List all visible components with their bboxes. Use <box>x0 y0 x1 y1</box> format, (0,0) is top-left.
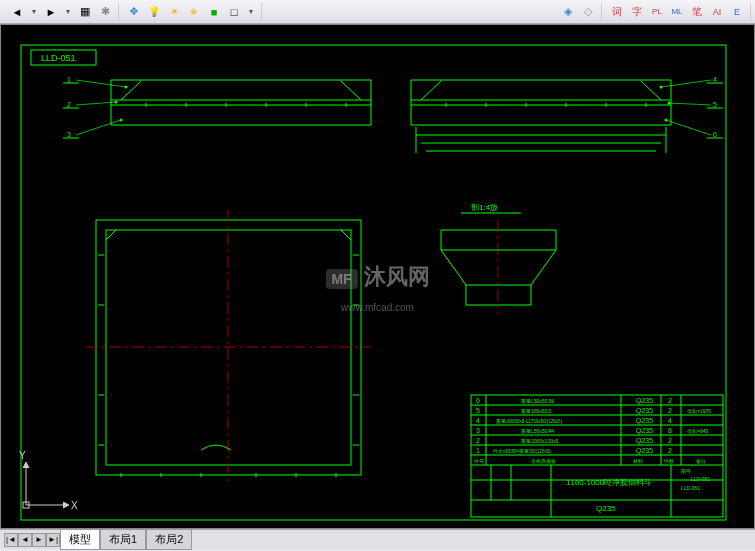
tab-first-button[interactable]: |◄ <box>4 533 18 547</box>
svg-text:件号: 件号 <box>474 458 484 464</box>
square-button[interactable]: □ <box>225 3 243 21</box>
svg-text:优化=1970: 优化=1970 <box>687 408 711 414</box>
drawing-svg: LLD-051 1 2 3 <box>1 25 754 528</box>
svg-line-10 <box>76 80 126 87</box>
svg-text:2: 2 <box>476 437 480 444</box>
svg-point-40 <box>668 102 671 105</box>
layers-button[interactable]: ❖ <box>125 3 143 21</box>
svg-text:Q235: Q235 <box>636 437 653 445</box>
text7-button[interactable]: E <box>728 3 746 21</box>
svg-text:备注: 备注 <box>696 458 706 464</box>
svg-text:6: 6 <box>476 397 480 404</box>
nav-group: ◄ ▾ ► ▾ ▦ ✱ <box>4 3 119 21</box>
svg-line-54 <box>341 230 351 240</box>
svg-text:4: 4 <box>476 417 480 424</box>
view1-button[interactable]: ◈ <box>559 3 577 21</box>
layout-tabs: |◄ ◄ ► ►| 模型 布局1 布局2 <box>0 529 755 549</box>
bulb-button[interactable]: 💡 <box>145 3 163 21</box>
svg-point-38 <box>660 86 663 89</box>
text2-button[interactable]: 字 <box>628 3 646 21</box>
svg-line-37 <box>661 80 711 87</box>
svg-text:1: 1 <box>476 447 480 454</box>
svg-text:Q235: Q235 <box>596 504 616 513</box>
view2-button[interactable]: ◇ <box>579 3 597 21</box>
nav-fwd-button[interactable]: ► <box>42 3 60 21</box>
svg-text:重量x50/50x8-L1750x50/(125x5): 重量x50/50x8-L1750x50/(125x5) <box>496 418 563 424</box>
svg-text:2: 2 <box>668 407 672 414</box>
svg-text:优化=645: 优化=645 <box>687 428 708 434</box>
svg-text:5: 5 <box>713 101 717 108</box>
svg-text:3: 3 <box>67 131 71 138</box>
tab-prev-button[interactable]: ◄ <box>18 533 32 547</box>
svg-text:剖1:4放: 剖1:4放 <box>471 203 498 212</box>
svg-text:2: 2 <box>668 437 672 444</box>
tab-layout2[interactable]: 布局2 <box>146 529 192 550</box>
view-group: ◈ ◇ <box>555 3 602 21</box>
text6-button[interactable]: AI <box>708 3 726 21</box>
svg-text:Q235: Q235 <box>636 447 653 455</box>
svg-text:2: 2 <box>668 447 672 454</box>
left-elevation: 1 2 3 <box>63 76 371 138</box>
svg-text:Q235: Q235 <box>636 407 653 415</box>
text-group: 词 字 PL ML 笔 AI E <box>604 3 751 21</box>
svg-point-15 <box>120 119 123 122</box>
layer-group: ❖ 💡 ☀ ❄ ■ □ ▾ <box>121 3 262 21</box>
tab-last-button[interactable]: ►| <box>46 533 60 547</box>
svg-text:4: 4 <box>713 76 717 83</box>
layer-dropdown[interactable]: ▾ <box>245 3 257 21</box>
svg-text:重量L50x50/44: 重量L50x50/44 <box>521 428 555 434</box>
svg-line-39 <box>669 103 711 105</box>
svg-text:重量100x50/2: 重量100x50/2 <box>521 408 552 414</box>
text4-button[interactable]: ML <box>668 3 686 21</box>
tab-model[interactable]: 模型 <box>60 529 100 550</box>
title-block: 6重量L50x50/36Q2352 5重量100x50/2Q2352优化=197… <box>471 395 723 517</box>
svg-text:材料: 材料 <box>632 458 643 464</box>
cad-canvas[interactable]: LLD-051 1 2 3 <box>0 24 755 529</box>
svg-text:1160-1000吨净胶倒料斗: 1160-1000吨净胶倒料斗 <box>566 478 652 487</box>
svg-text:X: X <box>71 500 78 511</box>
svg-rect-74 <box>471 395 723 517</box>
gear-button[interactable]: ✱ <box>96 3 114 21</box>
svg-text:2: 2 <box>67 101 71 108</box>
tab-layout1[interactable]: 布局1 <box>100 529 146 550</box>
nav-back-button[interactable]: ◄ <box>8 3 26 21</box>
svg-text:Q235: Q235 <box>636 397 653 405</box>
svg-line-14 <box>76 120 121 135</box>
plan-view <box>86 210 371 485</box>
svg-text:件数: 件数 <box>664 458 674 464</box>
svg-text:4: 4 <box>668 417 672 424</box>
nav-back-dropdown[interactable]: ▾ <box>28 3 40 21</box>
color-button[interactable]: ■ <box>205 3 223 21</box>
svg-line-12 <box>76 102 116 105</box>
svg-line-53 <box>106 230 116 240</box>
sun-button[interactable]: ☀ <box>165 3 183 21</box>
svg-text:6: 6 <box>713 131 717 138</box>
grid-button[interactable]: ▦ <box>76 3 94 21</box>
svg-text:1: 1 <box>67 76 71 83</box>
svg-point-13 <box>115 101 118 104</box>
text3-button[interactable]: PL <box>648 3 666 21</box>
tab-next-button[interactable]: ► <box>32 533 46 547</box>
svg-text:件名x30/80=重量50/(125x5): 件名x30/80=重量50/(125x5) <box>493 448 551 454</box>
svg-text:2: 2 <box>668 397 672 404</box>
svg-text:图号: 图号 <box>681 468 691 474</box>
svg-text:Q235: Q235 <box>636 417 653 425</box>
main-toolbar: ◄ ▾ ► ▾ ▦ ✱ ❖ 💡 ☀ ❄ ■ □ ▾ ◈ ◇ 词 字 PL ML … <box>0 0 755 24</box>
svg-text:8: 8 <box>668 427 672 434</box>
svg-text:名称及规格: 名称及规格 <box>531 458 556 464</box>
section-detail: 剖1:4放 <box>441 203 556 315</box>
svg-text:Q235: Q235 <box>636 427 653 435</box>
right-elevation: 4 5 6 <box>411 76 723 153</box>
svg-text:3: 3 <box>476 427 480 434</box>
drawing-border <box>21 45 726 520</box>
svg-text:重量1000x100x5: 重量1000x100x5 <box>521 438 558 444</box>
svg-text:LLD-051: LLD-051 <box>691 476 710 482</box>
svg-line-41 <box>666 120 711 135</box>
text1-button[interactable]: 词 <box>608 3 626 21</box>
nav-fwd-dropdown[interactable]: ▾ <box>62 3 74 21</box>
svg-text:5: 5 <box>476 407 480 414</box>
svg-point-11 <box>125 86 128 89</box>
text5-button[interactable]: 笔 <box>688 3 706 21</box>
border-label-text: LLD-051 <box>41 53 76 63</box>
freeze-button[interactable]: ❄ <box>185 3 203 21</box>
